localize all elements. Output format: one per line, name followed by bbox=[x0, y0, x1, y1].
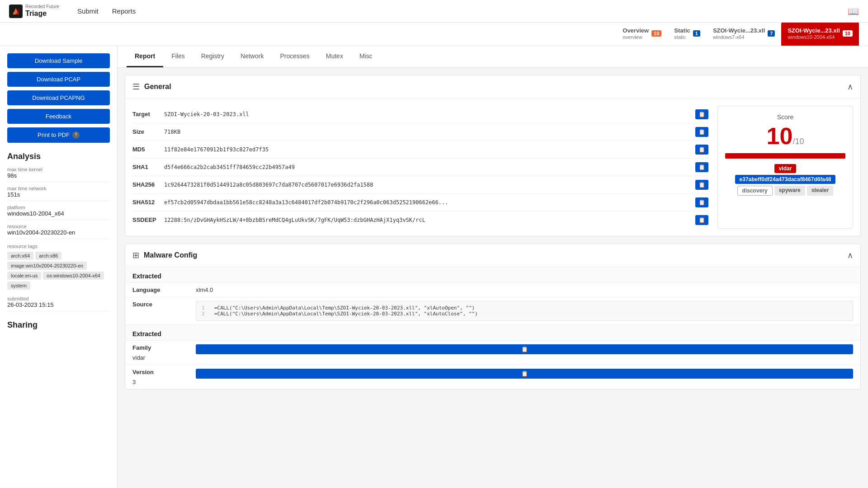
line-number: 2 bbox=[202, 311, 209, 317]
config-row-source: Source1=CALL("C:\Users\Admin\AppData\Loc… bbox=[125, 297, 860, 325]
field-label: SHA256 bbox=[132, 181, 164, 188]
inner-tab-bar: ReportFilesRegistryNetworkProcessesMutex… bbox=[118, 46, 868, 68]
field-label: Target bbox=[132, 111, 164, 117]
book-icon[interactable]: 📖 bbox=[848, 6, 859, 16]
line-text: =CALL("C:\Users\Admin\AppData\Local\Temp… bbox=[214, 311, 478, 317]
resource-tags-section: resource tags arch:x64arch:x86image:win1… bbox=[7, 244, 110, 291]
general-title: General bbox=[144, 83, 171, 91]
score-tag: vidar bbox=[774, 164, 797, 173]
copy-button[interactable]: 📋 bbox=[695, 145, 708, 155]
score-denom: /10 bbox=[793, 137, 804, 146]
line-number: 1 bbox=[202, 305, 209, 311]
copy-button[interactable]: 📋 bbox=[196, 369, 853, 379]
general-fields: Target SZOI-Wyciek-20-03-2023.xll 📋 Size… bbox=[132, 106, 708, 229]
config-label: Family bbox=[132, 344, 196, 351]
help-icon: ? bbox=[72, 131, 80, 139]
field-label: SHA512 bbox=[132, 199, 164, 206]
field-label: SSDEEP bbox=[132, 216, 164, 223]
copy-button[interactable]: 📋 bbox=[695, 180, 708, 190]
code-line: 1=CALL("C:\Users\Admin\AppData\Local\Tem… bbox=[202, 305, 847, 311]
download-pcapng-button[interactable]: Download PCAPNG bbox=[7, 90, 110, 105]
inner-tab-misc[interactable]: Misc bbox=[351, 46, 381, 67]
copy-button[interactable]: 📋 bbox=[196, 344, 853, 354]
download-sample-button[interactable]: Download Sample bbox=[7, 53, 110, 68]
print-to-pdf-button[interactable]: Print to PDF ? bbox=[7, 127, 110, 143]
general-section: ☰ General ∧ Target SZOI-Wyciek-20-03-202… bbox=[125, 75, 861, 236]
inner-tab-report[interactable]: Report bbox=[127, 46, 163, 67]
config-row-language: Languagexlm4.0 bbox=[125, 283, 860, 297]
logo-company: Recorded Future bbox=[25, 5, 59, 9]
feedback-button[interactable]: Feedback bbox=[7, 109, 110, 124]
general-field-sha512: SHA512 ef57cb2d05947dbdaa1bb561e58cc8248… bbox=[132, 194, 708, 211]
logo-icon bbox=[9, 5, 23, 18]
general-section-header: ☰ General ∧ bbox=[125, 75, 860, 99]
top-tab-3[interactable]: SZOI-Wycie...23.xll windows10-2004-x64 1… bbox=[781, 23, 859, 46]
config-label: Source bbox=[132, 301, 196, 308]
inner-tab-mutex[interactable]: Mutex bbox=[318, 46, 351, 67]
nav-submit[interactable]: Submit bbox=[77, 7, 99, 15]
submitted-section: submitted 26-03-2023 15:15 bbox=[7, 296, 110, 311]
nav-reports[interactable]: Reports bbox=[112, 7, 136, 15]
config-row-family: Family📋vidar bbox=[125, 341, 860, 365]
copy-button[interactable]: 📋 bbox=[695, 197, 708, 207]
field-label: Size bbox=[132, 128, 164, 135]
general-icon: ☰ bbox=[132, 82, 140, 92]
field-value: 718KB bbox=[164, 129, 695, 135]
malware-config-header: ⊞ Malware Config ∧ bbox=[125, 244, 860, 267]
general-field-md5: MD5 11f82e84e17670912b1f93c827ed7f35 📋 bbox=[132, 141, 708, 159]
inner-tab-processes[interactable]: Processes bbox=[272, 46, 317, 67]
config-value: vidar bbox=[132, 354, 196, 361]
inner-tab-files[interactable]: Files bbox=[163, 46, 193, 67]
copy-button[interactable]: 📋 bbox=[695, 109, 708, 119]
score-tag: discovery bbox=[737, 186, 773, 196]
general-collapse-button[interactable]: ∧ bbox=[847, 82, 853, 92]
main-nav: Submit Reports bbox=[77, 7, 136, 15]
resource-tag: os:windows10-2004-x64 bbox=[43, 272, 104, 280]
general-field-target: Target SZOI-Wyciek-20-03-2023.xll 📋 bbox=[132, 106, 708, 123]
field-value: 1c9264473281f0d5144912a8c05d803697c7da87… bbox=[164, 182, 695, 188]
score-bar bbox=[725, 153, 845, 159]
top-tab-2[interactable]: SZOI-Wycie...23.xll windows7-x64 7 bbox=[707, 23, 782, 46]
extracted-header-0: Extracted bbox=[125, 267, 860, 283]
malware-config-collapse-button[interactable]: ∧ bbox=[847, 250, 853, 260]
analysis-row-platform: platform windows10-2004_x64 bbox=[7, 205, 110, 220]
field-value: ef57cb2d05947dbdaa1bb561e58cc8248a3a13c6… bbox=[164, 199, 695, 206]
inner-tab-registry[interactable]: Registry bbox=[193, 46, 232, 67]
field-value: 11f82e84e17670912b1f93c827ed7f35 bbox=[164, 146, 695, 153]
field-label: SHA1 bbox=[132, 164, 164, 170]
resource-tag: locale:en-us bbox=[7, 272, 41, 280]
extracted-header-1: Extracted bbox=[125, 325, 860, 341]
general-field-ssdeep: SSDEEP 12288:5n/zDvGHAykHSzLW/4+8bzbBSre… bbox=[132, 211, 708, 229]
inner-tab-network[interactable]: Network bbox=[232, 46, 272, 67]
top-tab-1[interactable]: Static static 1 bbox=[668, 23, 707, 46]
general-field-size: Size 718KB 📋 bbox=[132, 123, 708, 141]
score-label: Score bbox=[725, 113, 845, 121]
score-tags: vidare37abeff0df24a473dacaf8467d6fa48dis… bbox=[725, 164, 845, 196]
top-tab-0[interactable]: Overview overview 10 bbox=[616, 23, 668, 46]
code-line: 2=CALL("C:\Users\Admin\AppData\Local\Tem… bbox=[202, 311, 847, 317]
copy-button[interactable]: 📋 bbox=[695, 127, 708, 137]
copy-button[interactable]: 📋 bbox=[695, 162, 708, 172]
app-header: Recorded Future Triage Submit Reports 📖 bbox=[0, 0, 868, 23]
main-layout: Download Sample Download PCAP Download P… bbox=[0, 46, 868, 488]
copy-button[interactable]: 📋 bbox=[695, 215, 708, 225]
malware-config-icon: ⊞ bbox=[132, 250, 139, 260]
line-text: =CALL("C:\Users\Admin\AppData\Local\Temp… bbox=[214, 305, 475, 311]
score-number: 10 bbox=[767, 123, 793, 149]
resource-tag: image:win10v2004-20230220-en bbox=[7, 262, 87, 270]
top-tab-bar: Overview overview 10 Static static 1 SZO… bbox=[0, 23, 868, 46]
resource-tag: arch:x86 bbox=[35, 252, 61, 260]
malware-config-content: ExtractedLanguagexlm4.0Source1=CALL("C:\… bbox=[125, 267, 860, 389]
analysis-row-resource: resource win10v2004-20230220-en bbox=[7, 224, 110, 239]
general-inner: Target SZOI-Wyciek-20-03-2023.xll 📋 Size… bbox=[125, 99, 860, 236]
config-value: 3 bbox=[132, 379, 196, 385]
field-value: SZOI-Wyciek-20-03-2023.xll bbox=[164, 111, 695, 117]
analysis-title: Analysis bbox=[7, 152, 110, 161]
config-label: Language bbox=[132, 286, 196, 293]
tags-container: arch:x64arch:x86image:win10v2004-2023022… bbox=[7, 252, 110, 291]
sharing-title: Sharing bbox=[7, 320, 110, 330]
header-right: 📖 bbox=[848, 6, 859, 17]
sharing-section: Sharing bbox=[7, 320, 110, 330]
download-pcap-button[interactable]: Download PCAP bbox=[7, 72, 110, 87]
code-block: 1=CALL("C:\Users\Admin\AppData\Local\Tem… bbox=[196, 301, 853, 321]
